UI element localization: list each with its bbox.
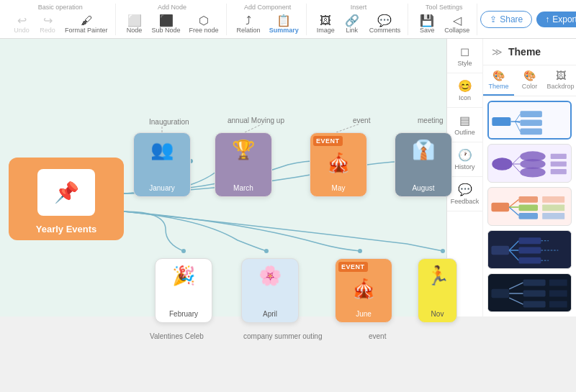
expand-icon[interactable]: ≫ (492, 46, 503, 58)
theme-card-purple[interactable] (487, 144, 572, 183)
feedback-icon-item[interactable]: 💬 Feedback (447, 177, 482, 211)
basic-op-row: ↩ Undo ↪ Redo 🖌 Format Painter (10, 14, 111, 35)
collapse-label: Collapse (444, 27, 469, 34)
root-node-image: 📌 (37, 169, 95, 216)
format-painter-label: Format Painter (65, 27, 108, 34)
tab-color-label: Color (522, 83, 538, 90)
history-icon-item[interactable]: 🕐 History (447, 142, 482, 177)
image-button[interactable]: 🖼 Image (314, 14, 338, 35)
svg-line-28 (513, 164, 521, 173)
group-label-insert: Insert (351, 4, 367, 11)
svg-point-25 (520, 167, 545, 177)
top-right-actions: ⇪ Share ↑ Export (480, 11, 576, 28)
tab-theme[interactable]: 🎨 Theme (483, 65, 514, 96)
feedback-icon: 💬 (458, 183, 472, 196)
svg-rect-49 (518, 257, 541, 264)
save-button[interactable]: 💾 Save (415, 14, 438, 35)
group-label-tools: Tool Settings (426, 4, 463, 11)
node-february[interactable]: 🎉 February (155, 258, 212, 323)
toolbar: Basic operation ↩ Undo ↪ Redo 🖌 Format P… (0, 0, 576, 39)
node-april[interactable]: 🌸 April (241, 258, 299, 323)
svg-rect-17 (520, 119, 541, 126)
undo-icon: ↩ (17, 15, 27, 27)
ann-march: annual Moving up (228, 117, 284, 124)
group-label-basic: Basic operation (38, 4, 83, 11)
svg-rect-16 (520, 111, 541, 117)
share-button[interactable]: ⇪ Share (480, 11, 532, 28)
node-june[interactable]: EVENT 🎪 June (335, 258, 392, 323)
theme-card-salmon[interactable] (487, 187, 572, 226)
svg-rect-32 (491, 203, 509, 211)
january-label: January (149, 184, 175, 192)
august-icon: 👔 (412, 139, 435, 161)
relation-button[interactable]: ⤴ Relation (234, 14, 264, 35)
theme-card-default[interactable] (487, 101, 572, 140)
svg-rect-14 (492, 117, 510, 126)
right-sidebar: ◻ Style 😊 Icon ▤ Outline 🕐 History 💬 Fee… (446, 39, 576, 316)
image-icon: 🖼 (320, 15, 331, 27)
june-label: June (356, 310, 372, 318)
redo-icon: ↪ (43, 15, 53, 27)
tool-settings-row: 💾 Save ◁ Collapse (415, 14, 472, 35)
style-icon-item[interactable]: ◻ Style (447, 39, 482, 73)
summary-button[interactable]: 📋 Summary (266, 14, 302, 35)
theme-preview-darker (488, 274, 571, 312)
sub-node-button[interactable]: ⬛ Sub Node (149, 14, 184, 35)
node-march[interactable]: 🏆 March (215, 132, 272, 197)
ann-january: Inauguration (149, 118, 189, 126)
toolbar-group-tool-settings: Tool Settings 💾 Save ◁ Collapse (411, 4, 477, 35)
redo-button[interactable]: ↪ Redo (36, 14, 59, 35)
free-node-icon: ⬡ (199, 15, 209, 27)
tab-backdrop[interactable]: 🖼 Backdrop (545, 65, 576, 96)
canvas-area[interactable]: 📌 Yearly Events 👥 January Inauguration 🏆… (0, 39, 446, 316)
relation-label: Relation (237, 27, 261, 34)
comments-label: Comments (369, 27, 401, 34)
comments-button[interactable]: 💬 Comments (366, 14, 404, 35)
tab-theme-icon: 🎨 (492, 70, 505, 81)
svg-line-26 (513, 156, 521, 164)
svg-rect-62 (549, 291, 567, 297)
export-label: Export (552, 14, 576, 24)
node-may[interactable]: EVENT 🎪 May (310, 132, 367, 197)
svg-rect-59 (523, 291, 546, 297)
group-label-addnode: Add Node (158, 4, 186, 11)
outline-icon: ▤ (459, 114, 470, 127)
link-button[interactable]: 🔗 Link (341, 14, 364, 35)
icon-icon-item[interactable]: 😊 Icon (447, 73, 482, 108)
theme-tabs: 🎨 Theme 🎨 Color 🖼 Backdrop (483, 65, 576, 96)
ann-february: Valentines Celeb (150, 332, 204, 340)
tab-color[interactable]: 🎨 Color (514, 65, 545, 96)
theme-card-darker[interactable] (487, 273, 572, 312)
may-event-badge: EVENT (313, 136, 343, 146)
summary-icon: 📋 (276, 15, 291, 27)
node-january[interactable]: 👥 January (133, 132, 191, 197)
theme-card-dark[interactable] (487, 230, 572, 269)
node-november[interactable]: 🏃 Nov (418, 258, 457, 323)
may-icon: 🎪 (327, 152, 350, 174)
outline-icon-item[interactable]: ▤ Outline (447, 108, 482, 142)
free-node-button[interactable]: ⬡ Free node (186, 14, 222, 35)
svg-rect-58 (523, 280, 546, 286)
root-node[interactable]: 📌 Yearly Events (9, 158, 124, 240)
sub-node-label: Sub Node (152, 27, 181, 34)
main-content: 📌 Yearly Events 👥 January Inauguration 🏆… (0, 39, 576, 316)
toolbar-group-add-node: Add Node ⬜ Node ⬛ Sub Node ⬡ Free node (119, 4, 227, 35)
svg-rect-18 (520, 129, 541, 135)
svg-rect-38 (518, 213, 538, 219)
free-node-label: Free node (189, 27, 219, 34)
ann-june: event (369, 332, 386, 340)
history-label: History (454, 163, 474, 170)
summary-label: Summary (269, 27, 299, 34)
svg-rect-41 (542, 213, 564, 219)
undo-button[interactable]: ↩ Undo (10, 14, 33, 35)
export-button[interactable]: ↑ Export (536, 12, 576, 27)
june-icon: 🎪 (352, 278, 375, 300)
node-button[interactable]: ⬜ Node (123, 14, 146, 35)
svg-rect-61 (549, 280, 567, 286)
collapse-button[interactable]: ◁ Collapse (441, 14, 472, 35)
add-node-row: ⬜ Node ⬛ Sub Node ⬡ Free node (123, 14, 222, 35)
node-august[interactable]: 👔 August (395, 132, 452, 197)
format-painter-button[interactable]: 🖌 Format Painter (62, 14, 111, 35)
theme-preview-salmon (488, 188, 571, 226)
svg-rect-30 (551, 161, 567, 166)
